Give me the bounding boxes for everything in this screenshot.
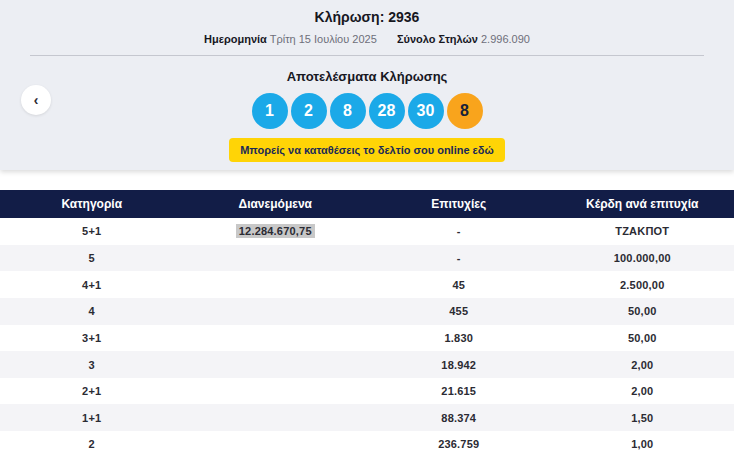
winning-number-ball: 8 [330,93,366,129]
table-row: 3+11.83050,00 [0,325,734,352]
winning-number-ball: 1 [252,93,288,129]
prize-table-body: 5+112.284.670,75-ΤΖΑΚΠΟΤ5-100.000,004+14… [0,218,734,458]
winners-cell: 236.759 [367,438,551,450]
table-row: 2236.7591,00 [0,431,734,458]
distributed-cell: 12.284.670,75 [184,225,368,237]
table-row: 5-100.000,00 [0,245,734,272]
table-row: 2+121.6152,00 [0,378,734,405]
prize-cell: 1,00 [551,438,734,450]
winners-cell: 88.374 [367,412,551,424]
draw-title: Κλήρωση: 2936 [0,0,734,25]
category-cell: 4 [0,305,184,317]
table-row: 4+1452.500,00 [0,271,734,298]
divider [30,55,704,56]
prize-table: ΚατηγορίαΔιανεμόμεναΕπιτυχίεςΚέρδη ανά ε… [0,190,734,458]
prize-cell: 50,00 [551,332,734,344]
winning-number-ball: 28 [369,93,405,129]
prize-cell: 2,00 [551,385,734,397]
draw-label: Κλήρωση: [315,9,385,25]
columns-label: Σύνολο Στηλών [397,33,478,45]
prize-cell: ΤΖΑΚΠΟΤ [551,225,734,237]
winners-cell: - [367,252,551,264]
prize-cell: 2.500,00 [551,279,734,291]
draw-meta: Ημερομηνία Τρίτη 15 Ιουλίου 2025 Σύνολο … [0,33,734,45]
date-label: Ημερομηνία [204,33,267,45]
column-header: Κέρδη ανά επιτυχία [551,197,734,211]
winners-cell: 45 [367,279,551,291]
winners-cell: 1.830 [367,332,551,344]
columns-value: 2.996.090 [481,33,530,45]
column-header: Επιτυχίες [367,197,551,211]
lottery-results-page: Κλήρωση: 2936 Ημερομηνία Τρίτη 15 Ιουλίο… [0,0,734,458]
category-cell: 5+1 [0,225,184,237]
chevron-left-icon: ‹ [34,92,39,108]
table-row: 1+188.3741,50 [0,404,734,431]
winners-cell: 21.615 [367,385,551,397]
category-cell: 3+1 [0,332,184,344]
prize-table-header: ΚατηγορίαΔιανεμόμεναΕπιτυχίεςΚέρδη ανά ε… [0,190,734,218]
winners-cell: 455 [367,305,551,317]
category-cell: 5 [0,252,184,264]
draw-number: 2936 [388,9,419,25]
draw-summary-section: Κλήρωση: 2936 Ημερομηνία Τρίτη 15 Ιουλίο… [0,0,734,170]
category-cell: 2+1 [0,385,184,397]
online-ticket-button[interactable]: Μπορείς να καταθέσεις το δελτίο σου onli… [229,138,505,162]
prize-cell: 100.000,00 [551,252,734,264]
column-header: Διανεμόμενα [184,197,368,211]
winners-cell: 18.942 [367,359,551,371]
table-row: 318.9422,00 [0,351,734,378]
category-cell: 4+1 [0,279,184,291]
prize-cell: 50,00 [551,305,734,317]
category-cell: 3 [0,359,184,371]
selected-text: 12.284.670,75 [236,224,315,238]
category-cell: 1+1 [0,412,184,424]
winning-number-ball: 2 [291,93,327,129]
bonus-number-ball: 8 [447,93,483,129]
prize-cell: 2,00 [551,359,734,371]
winning-numbers: 12828308 [0,93,734,129]
prize-cell: 1,50 [551,412,734,424]
date-value: Τρίτη 15 Ιουλίου 2025 [270,33,377,45]
winners-cell: - [367,225,551,237]
winning-number-ball: 30 [408,93,444,129]
previous-draw-button[interactable]: ‹ [21,85,51,115]
table-row: 5+112.284.670,75-ΤΖΑΚΠΟΤ [0,218,734,245]
results-title: Αποτελέσματα Κλήρωσης [0,69,734,84]
table-row: 445550,00 [0,298,734,325]
category-cell: 2 [0,438,184,450]
column-header: Κατηγορία [0,197,184,211]
